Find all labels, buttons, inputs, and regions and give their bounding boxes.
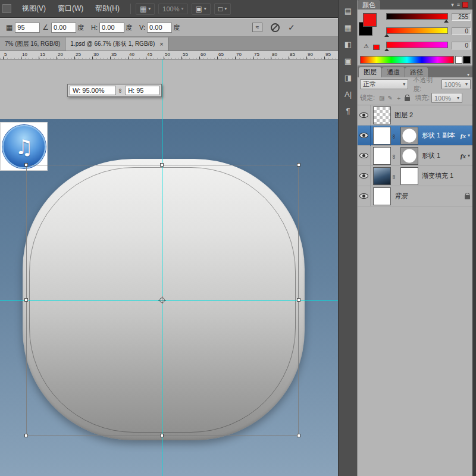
layer-thumbnail[interactable] bbox=[373, 187, 391, 205]
height-readout-field[interactable]: H: 95 bbox=[125, 86, 159, 95]
width-readout-field[interactable]: W: 95.00% bbox=[70, 86, 116, 95]
gamut-warning-swatch[interactable] bbox=[373, 45, 380, 50]
transform-handle-top-center[interactable] bbox=[160, 163, 164, 167]
history-icon[interactable]: ▦ bbox=[339, 20, 358, 37]
vector-mask-thumbnail[interactable] bbox=[400, 147, 418, 165]
tab-channels[interactable]: 通道 bbox=[382, 67, 405, 77]
info-icon[interactable]: ◨ bbox=[339, 70, 358, 87]
fx-expand-icon[interactable]: ▾ bbox=[468, 133, 470, 138]
tab-color[interactable]: 颜色 bbox=[358, 0, 380, 10]
scale-input[interactable] bbox=[15, 23, 40, 33]
visibility-toggle[interactable] bbox=[358, 186, 371, 206]
fill-dropdown[interactable]: 100% ▾ bbox=[431, 93, 462, 103]
link-icon[interactable]: ∞ bbox=[117, 88, 124, 92]
photoshop-window: 视图(V) 窗口(W) 帮助(H) ▦ ▾ 100% ▾ ▣ ▾ □ ▾ ▦ ∠… bbox=[0, 0, 476, 476]
transform-handle-top-right[interactable] bbox=[297, 163, 300, 167]
navigator-icon[interactable]: ▣ bbox=[339, 54, 358, 70]
lock-transparency-icon[interactable]: ▨ bbox=[379, 95, 384, 101]
paragraph-panel-icon[interactable]: ¶ bbox=[339, 104, 358, 120]
mask-link-icon[interactable]: ∞ bbox=[391, 130, 398, 141]
transform-handle-middle-left[interactable] bbox=[24, 298, 28, 302]
visibility-toggle[interactable] bbox=[358, 166, 371, 186]
visibility-toggle[interactable] bbox=[358, 126, 371, 146]
color-spectrum-ramp[interactable] bbox=[360, 56, 454, 64]
layer-row-shape1[interactable]: ∞ 形状 1 fx ▾ bbox=[358, 146, 473, 166]
red-value-field[interactable]: 255 bbox=[452, 13, 471, 21]
vector-mask-thumbnail[interactable] bbox=[400, 127, 418, 145]
layer-fx-badge[interactable]: fx bbox=[461, 132, 466, 139]
ruler-tick: 65 bbox=[217, 52, 224, 57]
opacity-dropdown[interactable]: 100% ▾ bbox=[441, 79, 471, 89]
rotate-input[interactable] bbox=[51, 23, 76, 33]
visibility-toggle[interactable] bbox=[358, 146, 371, 166]
blend-mode-dropdown[interactable]: 正常 ▾ bbox=[360, 79, 408, 89]
mask-link-icon[interactable]: ∞ bbox=[391, 171, 398, 181]
reference-point-icon[interactable]: ▦ bbox=[6, 23, 12, 32]
h-skew-input[interactable] bbox=[99, 23, 124, 33]
menu-help[interactable]: 帮助(H) bbox=[89, 0, 126, 17]
layer-row-gradient-fill[interactable]: ∞ 渐变填充 1 bbox=[358, 166, 473, 186]
horizontal-ruler[interactable]: 5101520253035404550556065707580859095 bbox=[0, 51, 338, 60]
layer-fx-badge[interactable]: fx bbox=[461, 152, 466, 159]
transform-reference-point[interactable] bbox=[158, 296, 166, 304]
panel-dock-strip: ▤▦◧▣◨A|¶ bbox=[338, 0, 357, 476]
ramp-white-swatch[interactable] bbox=[455, 56, 462, 64]
transform-handle-top-left[interactable] bbox=[24, 163, 28, 167]
foreground-color-swatch[interactable] bbox=[363, 13, 377, 27]
panels-icon[interactable]: ▤ bbox=[339, 4, 358, 20]
ruler-tick: 95 bbox=[324, 52, 331, 57]
lock-pixels-icon[interactable]: ✎ bbox=[388, 95, 393, 101]
layer-thumbnail[interactable] bbox=[373, 167, 391, 185]
gamut-warning-icon[interactable]: ⚠ bbox=[364, 43, 369, 49]
character-panel-icon[interactable]: A| bbox=[339, 87, 358, 104]
visibility-toggle[interactable] bbox=[358, 105, 371, 126]
warp-mode-icon[interactable]: ≈ bbox=[252, 23, 262, 32]
layer-thumbnail[interactable] bbox=[373, 147, 391, 165]
red-slider-handle[interactable] bbox=[444, 20, 449, 23]
layer-thumbnail[interactable] bbox=[373, 107, 391, 124]
extras-button[interactable]: ▦ ▾ bbox=[136, 3, 155, 15]
transform-size-tooltip: W: 95.00% ∞ H: 95 bbox=[67, 84, 162, 97]
arrange-documents-button[interactable]: ▣ ▾ bbox=[192, 3, 211, 15]
transform-handle-middle-right[interactable] bbox=[297, 298, 300, 302]
transform-handle-bottom-center[interactable] bbox=[160, 434, 164, 437]
itunes-icon-image: ♫ bbox=[0, 122, 48, 171]
layer-row-layer2[interactable]: 图层 2 bbox=[358, 105, 473, 126]
tab-layers[interactable]: 图层 bbox=[359, 67, 381, 77]
transform-handle-bottom-left[interactable] bbox=[24, 434, 28, 437]
close-icon[interactable]: × bbox=[159, 40, 163, 48]
ramp-black-swatch[interactable] bbox=[463, 56, 471, 64]
layer-row-background[interactable]: 背景 bbox=[358, 186, 473, 206]
layer-row-shape1-copy[interactable]: ∞ 形状 1 副本 fx ▾ bbox=[358, 126, 473, 146]
styles-icon[interactable]: ◧ bbox=[339, 37, 358, 54]
transform-bounding-box[interactable] bbox=[26, 165, 299, 436]
blue-slider[interactable] bbox=[386, 42, 448, 48]
screen-mode-button[interactable]: □ ▾ bbox=[214, 3, 231, 15]
menu-bar: 视图(V) 窗口(W) 帮助(H) ▦ ▾ 100% ▾ ▣ ▾ □ ▾ bbox=[0, 0, 338, 18]
cancel-transform-button[interactable] bbox=[271, 23, 280, 32]
panel-menu-icon[interactable]: ≡ bbox=[457, 2, 460, 8]
zoom-level-button[interactable]: 100% ▾ bbox=[158, 4, 187, 14]
mask-thumbnail[interactable] bbox=[400, 167, 418, 185]
v-skew-label: V: bbox=[139, 24, 145, 31]
mask-link-icon[interactable]: ∞ bbox=[391, 151, 398, 161]
document-tab-background[interactable]: 7% (图层 16, RGB/8) bbox=[0, 37, 65, 51]
green-slider-handle[interactable] bbox=[384, 34, 389, 37]
v-skew-input[interactable] bbox=[147, 23, 172, 33]
menu-view[interactable]: 视图(V) bbox=[16, 0, 52, 17]
chevron-down-icon[interactable]: ▾ bbox=[451, 2, 454, 8]
red-slider[interactable] bbox=[386, 13, 448, 20]
lock-position-icon[interactable]: ＋ bbox=[396, 94, 402, 102]
green-slider[interactable] bbox=[386, 27, 448, 34]
fx-expand-icon[interactable]: ▾ bbox=[468, 153, 470, 158]
fill-value: 100% bbox=[434, 95, 451, 102]
menu-window[interactable]: 窗口(W) bbox=[52, 0, 89, 17]
layer-thumbnail[interactable] bbox=[373, 127, 391, 145]
blue-value-field[interactable]: 0 bbox=[452, 42, 471, 49]
document-tab-active[interactable]: 1.psd @ 66.7% (形状 1, RGB/8) × bbox=[65, 37, 168, 51]
commit-transform-button[interactable]: ✓ bbox=[288, 23, 295, 32]
green-value-field[interactable]: 0 bbox=[452, 27, 471, 35]
blue-slider-handle[interactable] bbox=[384, 48, 389, 51]
lock-all-icon[interactable] bbox=[405, 97, 410, 101]
transform-handle-bottom-right[interactable] bbox=[297, 434, 300, 437]
